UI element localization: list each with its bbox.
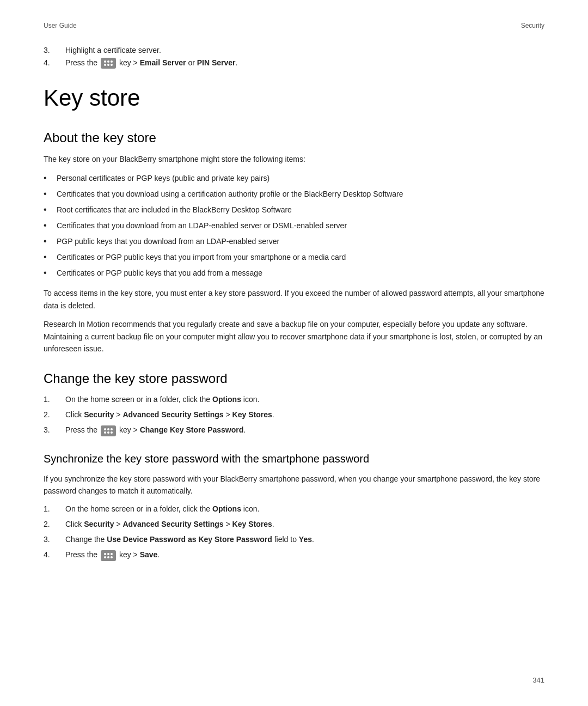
change-password-bold: Change Key Store Password — [140, 425, 244, 434]
email-server-bold: Email Server — [140, 58, 186, 67]
change-steps-list: 1. On the home screen or in a folder, cl… — [44, 394, 544, 436]
section-change-title: Change the key store password — [44, 371, 544, 386]
page-footer: 341 — [532, 676, 544, 684]
step-text: Press the key > Email Server or PIN Serv… — [65, 58, 544, 69]
security-bold-2: Security — [84, 520, 114, 528]
advanced-security-bold: Advanced Security Settings — [122, 410, 223, 419]
list-item: 2. Click Security > Advanced Security Se… — [44, 409, 544, 421]
key-stores-bold: Key Stores — [232, 410, 272, 419]
list-item: 4. Press the key > Save. — [44, 549, 544, 561]
list-item: 2. Click Security > Advanced Security Se… — [44, 519, 544, 530]
save-bold: Save — [140, 550, 158, 559]
list-item: 1. On the home screen or in a folder, cl… — [44, 394, 544, 405]
options-bold-2: Options — [212, 504, 241, 513]
page-number: 341 — [532, 676, 544, 684]
list-item: Root certificates that are included in t… — [44, 203, 544, 216]
menu-key-icon — [101, 58, 116, 69]
list-item: Certificates that you download using a c… — [44, 187, 544, 200]
section-about-title: About the key store — [44, 130, 544, 145]
options-bold: Options — [212, 395, 241, 404]
sync-steps-list: 1. On the home screen or in a folder, cl… — [44, 503, 544, 561]
menu-key-icon — [101, 550, 116, 561]
list-item: Certificates that you download from an L… — [44, 219, 544, 232]
about-paragraph-1: To access items in the key store, you mu… — [44, 287, 544, 312]
sync-intro: If you synchronize the key store passwor… — [44, 473, 544, 497]
menu-key-icon — [101, 425, 116, 436]
menu-key-dots — [104, 553, 113, 558]
list-item: 3. Change the Use Device Password as Key… — [44, 534, 544, 545]
security-bold: Security — [84, 410, 114, 419]
page-title: Key store — [44, 85, 544, 111]
step-number: 4. — [44, 58, 65, 67]
step-text: Highlight a certificate server. — [65, 46, 544, 54]
section-change: Change the key store password 1. On the … — [44, 371, 544, 436]
section-about: About the key store The key store on you… — [44, 130, 544, 355]
menu-key-dots — [104, 428, 113, 434]
key-stores-bold-2: Key Stores — [232, 520, 272, 528]
top-step-4: 4. Press the key > Email Server or PIN S… — [44, 58, 544, 69]
yes-bold: Yes — [299, 535, 312, 544]
page-header: User Guide Security — [44, 22, 544, 29]
about-paragraph-2: Research In Motion recommends that you r… — [44, 318, 544, 355]
list-item: 1. On the home screen or in a folder, cl… — [44, 503, 544, 515]
list-item: Certificates or PGP public keys that you… — [44, 266, 544, 279]
list-item: Personal certificates or PGP keys (publi… — [44, 172, 544, 185]
use-device-password-bold: Use Device Password as Key Store Passwor… — [107, 535, 272, 544]
section-about-intro: The key store on your BlackBerry smartph… — [44, 153, 544, 165]
header-guide-label: User Guide — [44, 22, 77, 29]
step-number: 3. — [44, 46, 65, 54]
header-section-label: Security — [521, 22, 544, 29]
top-step-3: 3. Highlight a certificate server. — [44, 46, 544, 54]
section-sync-title: Synchronize the key store password with … — [44, 453, 544, 465]
list-item: PGP public keys that you download from a… — [44, 235, 544, 248]
advanced-security-bold-2: Advanced Security Settings — [122, 520, 223, 528]
pin-server-bold: PIN Server — [197, 58, 236, 67]
about-bullet-list: Personal certificates or PGP keys (publi… — [44, 172, 544, 279]
top-steps: 3. Highlight a certificate server. 4. Pr… — [44, 46, 544, 69]
menu-key-dots — [104, 60, 113, 66]
list-item: 3. Press the key > Change Key Store Pass… — [44, 424, 544, 436]
section-sync: Synchronize the key store password with … — [44, 453, 544, 561]
list-item: Certificates or PGP public keys that you… — [44, 251, 544, 264]
